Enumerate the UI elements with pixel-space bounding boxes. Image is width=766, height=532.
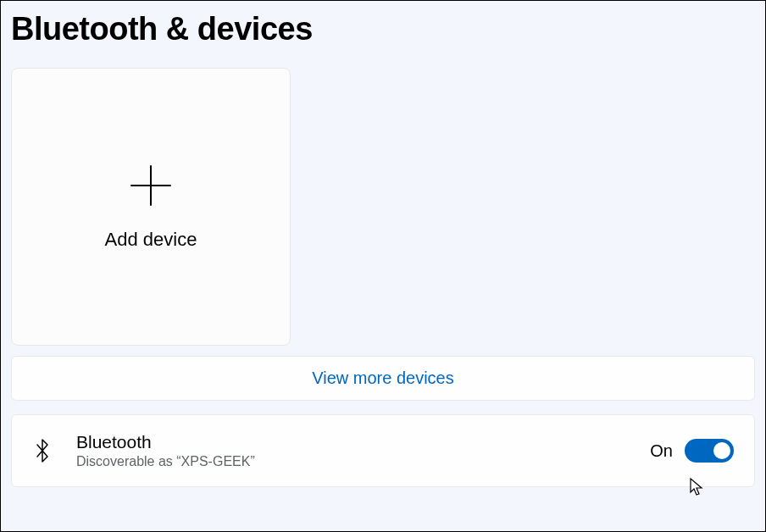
bluetooth-icon [32, 436, 53, 465]
bluetooth-toggle[interactable] [685, 439, 734, 463]
view-more-devices-link[interactable]: View more devices [11, 356, 755, 401]
bluetooth-text: Bluetooth Discoverable as “XPS-GEEK” [76, 432, 626, 469]
add-device-label: Add device [105, 229, 197, 251]
toggle-knob [713, 442, 730, 459]
bluetooth-toggle-wrap: On [650, 439, 734, 463]
plus-icon [128, 163, 174, 208]
add-device-card[interactable]: Add device [11, 68, 291, 346]
bluetooth-panel: Bluetooth Discoverable as “XPS-GEEK” On [11, 414, 755, 487]
bluetooth-subtitle: Discoverable as “XPS-GEEK” [76, 454, 626, 469]
bluetooth-title: Bluetooth [76, 432, 626, 452]
bluetooth-toggle-state: On [650, 441, 673, 461]
page-title: Bluetooth & devices [11, 11, 755, 47]
